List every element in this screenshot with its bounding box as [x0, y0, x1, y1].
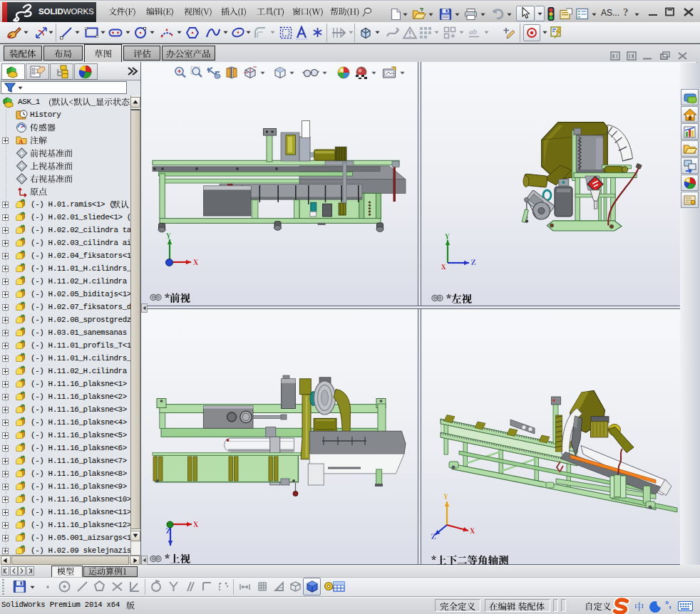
svg-text:A: A — [19, 138, 24, 145]
svg-text:ab: ab — [469, 27, 478, 36]
